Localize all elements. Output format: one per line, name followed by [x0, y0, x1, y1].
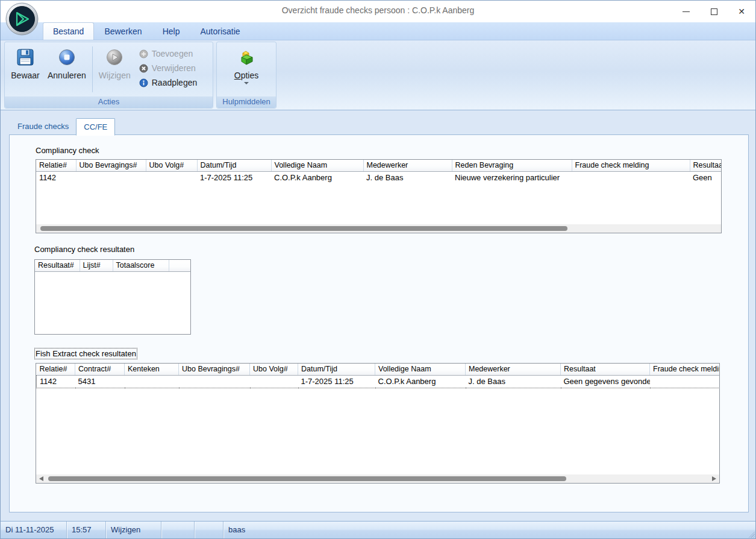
table-row[interactable]: 1142 1-7-2025 11:25 C.O.P.k Aanberg J. d… — [36, 171, 722, 184]
resize-grip[interactable] — [747, 530, 755, 538]
horizontal-scrollbar[interactable] — [36, 224, 721, 233]
column-header[interactable]: Volledige Naam — [271, 160, 363, 171]
column-header[interactable]: Fraude check melding — [572, 160, 690, 171]
tab-fraude-checks[interactable]: Fraude checks — [10, 118, 76, 135]
cell: 1142 — [36, 171, 76, 184]
delete-icon — [139, 64, 148, 73]
minimize-icon — [683, 11, 690, 12]
group-caption-hulpmiddelen: Hulpmiddelen — [217, 96, 276, 108]
column-header[interactable]: Contract# — [75, 364, 125, 375]
status-bar: Di 11-11-2025 15:57 Wijzigen baas — [1, 521, 755, 538]
cell: Nieuwe verzekering particulier — [452, 171, 572, 184]
column-header[interactable]: Fraude check melding — [650, 364, 720, 375]
edit-play-icon — [105, 48, 124, 67]
window-title: Overzicht fraude checks persoon : C.O.P.… — [1, 5, 755, 15]
column-header[interactable]: Resultaat — [561, 364, 650, 375]
tab-autorisatie[interactable]: Autorisatie — [190, 22, 250, 40]
group-separator — [92, 46, 93, 92]
cell — [250, 375, 298, 388]
opties-button[interactable]: Opties — [228, 44, 265, 95]
scroll-right-icon[interactable] — [712, 476, 716, 481]
window-controls: ✕ — [672, 1, 755, 22]
scroll-left-icon[interactable] — [39, 476, 43, 481]
verwijderen-button: Verwijderen — [137, 62, 200, 74]
column-header[interactable]: Ubo Volg# — [250, 364, 298, 375]
cell: 1142 — [37, 375, 75, 388]
options-box-icon — [237, 48, 256, 67]
cell — [572, 171, 690, 184]
ribbon-tab-strip: Bestand Bewerken Help Autorisatie — [1, 22, 755, 40]
verwijderen-label: Verwijderen — [152, 63, 196, 73]
cell — [650, 375, 720, 388]
cell: C.O.P.k Aanberg — [375, 375, 466, 388]
column-header[interactable]: Resultaat — [690, 160, 722, 171]
column-header-filler — [169, 260, 190, 271]
minimize-button[interactable] — [672, 1, 700, 22]
add-icon — [139, 49, 148, 58]
column-header[interactable]: Lijst# — [80, 260, 113, 271]
column-header[interactable]: Volledige Naam — [375, 364, 466, 375]
bewaar-label: Bewaar — [11, 71, 39, 80]
title-bar: Overzicht fraude checks persoon : C.O.P.… — [1, 1, 755, 22]
status-cell-5 — [195, 522, 223, 538]
close-icon: ✕ — [738, 7, 745, 16]
table-row[interactable]: 1142 5431 1-7-2025 11:25 C.O.P.k Aanberg… — [37, 375, 720, 388]
column-header[interactable]: Relatie# — [36, 160, 76, 171]
raadplegen-button[interactable]: Raadplegen — [137, 77, 200, 89]
dropdown-arrow-icon — [244, 82, 249, 84]
scrollbar-thumb[interactable] — [40, 226, 567, 231]
close-button[interactable]: ✕ — [728, 1, 755, 22]
column-header[interactable]: Kenteken — [125, 364, 179, 375]
column-header[interactable]: Ubo Bevragings# — [76, 160, 146, 171]
column-header[interactable]: Datum/Tijd — [197, 160, 271, 171]
status-cell-4 — [161, 522, 195, 538]
column-header[interactable]: Datum/Tijd — [298, 364, 375, 375]
ribbon-group-hulpmiddelen: Opties Hulpmiddelen — [216, 42, 276, 109]
cc-fe-tab-panel: Compliancy check Relatie# Ubo Bevragings… — [9, 134, 749, 512]
column-header[interactable]: Ubo Bevragings# — [179, 364, 250, 375]
column-header[interactable]: Ubo Volg# — [146, 160, 197, 171]
cell — [125, 375, 179, 388]
cell: 1-7-2025 11:25 — [298, 375, 375, 388]
annuleren-button[interactable]: Annuleren — [44, 44, 90, 95]
cell: J. de Baas — [466, 375, 561, 388]
compliancy-resultaten-table: Resultaat# Lijst# Totaalscore — [34, 259, 191, 335]
column-header[interactable]: Relatie# — [37, 364, 75, 375]
opties-label: Opties — [234, 71, 258, 80]
toevoegen-label: Toevoegen — [152, 49, 193, 58]
cell — [179, 375, 250, 388]
column-header[interactable]: Resultaat# — [35, 260, 80, 271]
group-caption-acties: Acties — [5, 96, 213, 108]
column-header[interactable]: Medewerker — [466, 364, 561, 375]
column-header[interactable]: Reden Bevraging — [452, 160, 572, 171]
cell: Geen gegevens gevonden — [561, 375, 650, 388]
application-menu-button[interactable] — [5, 2, 39, 36]
main-area: Fraude checks CC/FE Compliancy check Rel… — [1, 110, 755, 521]
ribbon: Bewaar Annuleren — [1, 40, 755, 110]
column-header[interactable]: Totaalscore — [113, 260, 169, 271]
tab-help[interactable]: Help — [152, 22, 190, 40]
save-floppy-icon — [16, 48, 35, 67]
wijzigen-button: Wijzigen — [95, 44, 134, 95]
bewaar-button[interactable]: Bewaar — [7, 44, 44, 95]
cell: C.O.P.k Aanberg — [271, 171, 363, 184]
tab-bestand[interactable]: Bestand — [43, 22, 94, 40]
status-user: baas — [223, 522, 755, 538]
toevoegen-button: Toevoegen — [137, 48, 200, 60]
fish-extract-table: Relatie# Contract# Kenteken Ubo Bevragin… — [36, 363, 720, 484]
maximize-button[interactable] — [700, 1, 728, 22]
horizontal-scrollbar[interactable] — [36, 474, 719, 483]
column-header[interactable]: Medewerker — [363, 160, 452, 171]
header-row: Resultaat# Lijst# Totaalscore — [35, 260, 190, 271]
cancel-stop-icon — [57, 48, 77, 67]
compliancy-check-table: Relatie# Ubo Bevragings# Ubo Volg# Datum… — [36, 159, 722, 233]
fish-extract-label: Fish Extract check resultaten — [36, 349, 136, 358]
cell — [146, 171, 197, 184]
app-logo-icon — [5, 2, 39, 36]
tab-bewerken[interactable]: Bewerken — [94, 22, 152, 40]
page-tab-strip: Fraude checks CC/FE — [10, 118, 115, 135]
status-date: Di 11-11-2025 — [1, 522, 67, 538]
scrollbar-thumb[interactable] — [48, 476, 566, 481]
cell: 5431 — [75, 375, 125, 388]
tab-cc-fe[interactable]: CC/FE — [76, 118, 115, 136]
